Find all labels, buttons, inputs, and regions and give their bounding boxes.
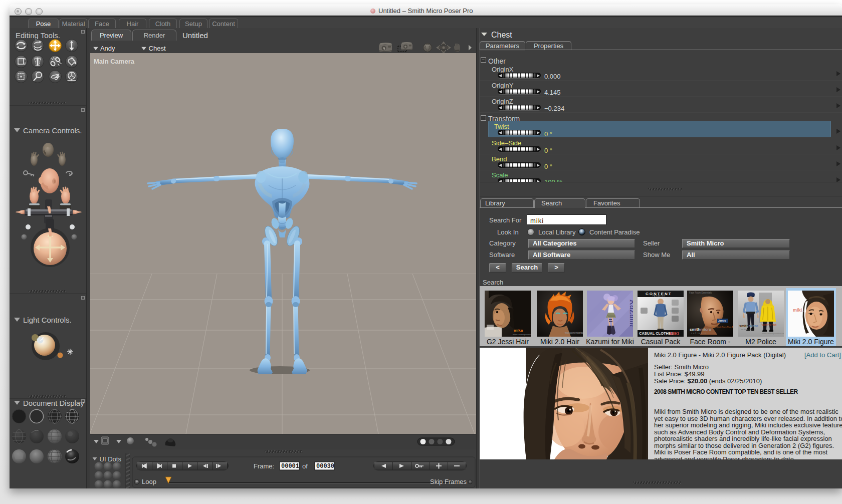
- svg-text:More Body Parts Than A Repair: More Body Parts Than A Repair Shop: [712, 326, 733, 328]
- svg-text:Frame:: Frame:: [254, 462, 274, 470]
- svg-text:00001: 00001: [281, 463, 299, 470]
- svg-text:míka: míka: [514, 328, 523, 333]
- svg-text:Skip Frames: Skip Frames: [430, 478, 467, 485]
- svg-text:www.contentparadise.com: www.contentparadise.com: [565, 332, 583, 334]
- svg-text:of: of: [302, 462, 308, 470]
- svg-text:Poser Pro Pack: Poser Pro Pack: [761, 324, 777, 326]
- svg-text:KaZumi: KaZumi: [628, 299, 633, 327]
- svg-text:MIKI: MIKI: [670, 331, 679, 336]
- svg-text:Loop: Loop: [142, 478, 156, 485]
- svg-text:software: software: [691, 332, 707, 334]
- svg-text:www.contentparadise.com: www.contentparadise.com: [762, 332, 784, 335]
- svg-text:software: software: [741, 329, 753, 331]
- svg-text:00030: 00030: [316, 463, 334, 470]
- svg-text:Face Room Essentials: Face Room Essentials: [689, 292, 712, 294]
- svg-text:smithmicro: smithmicro: [739, 324, 758, 328]
- svg-text:www.contentparadise.com: www.contentparadise.com: [513, 333, 531, 336]
- svg-text:PARADISE: PARADISE: [653, 295, 665, 297]
- svg-text:smithmicro: smithmicro: [690, 327, 711, 332]
- svg-text:2.0: 2.0: [801, 309, 804, 312]
- svg-text:James: James: [718, 319, 726, 322]
- svg-text:CASUAL CLOTHES: CASUAL CLOTHES: [639, 331, 674, 336]
